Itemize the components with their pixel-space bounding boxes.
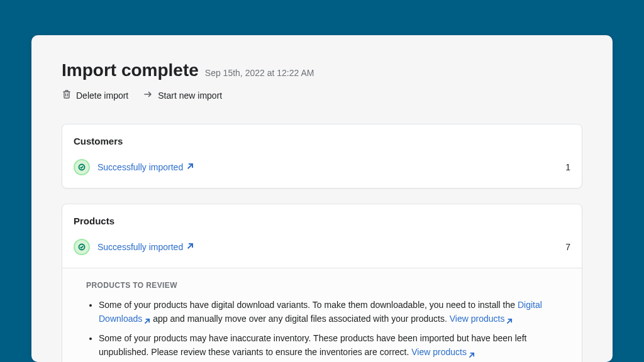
external-link-icon (143, 315, 150, 322)
review-text: app and manually move over any digital f… (150, 314, 449, 324)
customers-imported-link[interactable]: Successfully imported (97, 162, 194, 172)
start-new-import-label: Start new import (158, 90, 222, 101)
customers-row: Successfully imported 1 (62, 155, 582, 188)
external-link-icon (468, 349, 475, 356)
customers-card: Customers Successfully imported 1 (62, 124, 582, 189)
actions-row: Delete import Start new import (62, 89, 582, 101)
external-link-icon (506, 315, 513, 322)
customers-title: Customers (74, 136, 570, 146)
customers-count: 1 (565, 162, 570, 172)
products-card: Products Successfully imported 7 PRODUCT… (62, 204, 582, 362)
review-item: Some of your products have digital downl… (99, 299, 558, 326)
delete-import-label: Delete import (76, 90, 128, 101)
products-count: 7 (565, 242, 570, 252)
view-products-link[interactable]: View products (450, 314, 513, 324)
delete-import-button[interactable]: Delete import (62, 89, 128, 101)
customers-status-label: Successfully imported (97, 162, 183, 172)
review-text: Some of your products have digital downl… (99, 300, 518, 310)
import-timestamp: Sep 15th, 2022 at 12:22 AM (205, 68, 314, 78)
start-new-import-button[interactable]: Start new import (143, 89, 222, 101)
review-item: Some of your products may have inaccurat… (99, 332, 558, 359)
products-status-label: Successfully imported (97, 242, 183, 252)
page-title: Import complete (62, 60, 199, 80)
products-review-heading: PRODUCTS TO REVIEW (86, 281, 558, 290)
products-row: Successfully imported 7 (62, 235, 582, 268)
trash-icon (62, 89, 72, 101)
external-link-icon (186, 162, 194, 172)
page-header: Import complete Sep 15th, 2022 at 12:22 … (31, 60, 613, 101)
products-review-section: PRODUCTS TO REVIEW Some of your products… (62, 268, 582, 362)
products-review-list: Some of your products have digital downl… (86, 299, 558, 359)
products-title: Products (74, 216, 570, 226)
external-link-icon (186, 242, 194, 252)
view-products-link[interactable]: View products (411, 347, 475, 357)
arrow-right-icon (143, 89, 153, 101)
success-check-icon (74, 159, 90, 175)
products-imported-link[interactable]: Successfully imported (97, 242, 194, 252)
success-check-icon (74, 239, 90, 255)
import-summary-panel: Import complete Sep 15th, 2022 at 12:22 … (31, 35, 613, 362)
